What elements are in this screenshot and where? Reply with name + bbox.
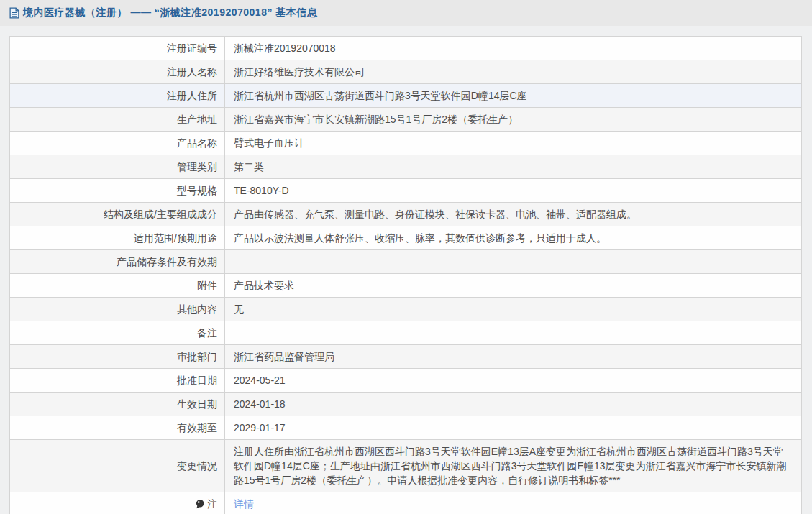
row-value-text: 浙江省药品监督管理局 bbox=[234, 351, 334, 362]
row-label-text: 附件 bbox=[197, 280, 217, 291]
table-row: 注详情 bbox=[10, 492, 802, 514]
row-value: 臂式电子血压计 bbox=[225, 132, 802, 155]
row-label: 有效期至 bbox=[10, 416, 225, 440]
row-label: 适用范围/预期用途 bbox=[10, 226, 225, 250]
row-label: 其他内容 bbox=[10, 298, 225, 321]
row-value-text: 2024-05-21 bbox=[234, 375, 286, 386]
row-value: 2024-01-18 bbox=[225, 393, 802, 416]
row-value: 浙江省药品监督管理局 bbox=[225, 345, 802, 369]
row-label: 附件 bbox=[10, 274, 225, 298]
row-label: 注 bbox=[10, 492, 225, 514]
row-label: 产品储存条件及有效期 bbox=[10, 250, 225, 274]
device-registration-page: 境内医疗器械（注册） —— “浙械注准20192070018” 基本信息 注册证… bbox=[0, 0, 812, 514]
table-row: 型号规格TE-8010Y-D bbox=[10, 179, 802, 203]
page-title: 境内医疗器械（注册） —— “浙械注准20192070018” 基本信息 bbox=[23, 6, 317, 19]
row-label-text: 注 bbox=[207, 498, 217, 510]
row-value-text: 浙江省嘉兴市海宁市长安镇新潮路15号1号厂房2楼（委托生产） bbox=[234, 114, 518, 125]
row-label-text: 批准日期 bbox=[177, 375, 217, 386]
table-row: 生效日期2024-01-18 bbox=[10, 393, 802, 416]
row-label: 批准日期 bbox=[10, 369, 225, 393]
row-label-text: 备注 bbox=[197, 327, 217, 339]
row-value-text: 2024-01-18 bbox=[234, 398, 286, 410]
row-label: 结构及组成/主要组成成分 bbox=[10, 203, 225, 226]
table-row: 产品名称臂式电子血压计 bbox=[10, 132, 802, 155]
table-row: 批准日期2024-05-21 bbox=[10, 369, 802, 393]
table-row: 产品储存条件及有效期 bbox=[10, 250, 802, 274]
row-value: TE-8010Y-D bbox=[225, 179, 802, 203]
row-label: 型号规格 bbox=[10, 179, 225, 203]
table-row: 有效期至2029-01-17 bbox=[10, 416, 802, 440]
row-label-text: 注册人住所 bbox=[167, 90, 217, 101]
row-value bbox=[225, 321, 802, 345]
row-label: 审批部门 bbox=[10, 345, 225, 369]
row-value: 浙械注准20192070018 bbox=[225, 37, 802, 60]
row-label-text: 产品名称 bbox=[177, 137, 217, 149]
row-value-text: 浙江省杭州市西湖区古荡街道西斗门路3号天堂软件园D幢14层C座 bbox=[234, 90, 527, 101]
row-value-text: 第二类 bbox=[234, 161, 264, 173]
document-icon bbox=[9, 7, 19, 19]
registration-info-table: 注册证编号浙械注准20192070018注册人名称浙江好络维医疗技术有限公司注册… bbox=[9, 36, 802, 514]
row-label: 生产地址 bbox=[10, 108, 225, 132]
row-value: 2029-01-17 bbox=[225, 416, 802, 440]
row-value: 详情 bbox=[225, 492, 802, 514]
row-value-text: 产品技术要求 bbox=[234, 280, 294, 291]
row-label-text: 生效日期 bbox=[177, 398, 217, 410]
row-value: 产品技术要求 bbox=[225, 274, 802, 298]
row-label-text: 生产地址 bbox=[177, 114, 217, 125]
table-row: 适用范围/预期用途产品以示波法测量人体舒张压、收缩压、脉率，其数值供诊断参考，只… bbox=[10, 226, 802, 250]
row-label: 生效日期 bbox=[10, 393, 225, 416]
row-value: 产品以示波法测量人体舒张压、收缩压、脉率，其数值供诊断参考，只适用于成人。 bbox=[225, 226, 802, 250]
row-value-text: 浙械注准20192070018 bbox=[234, 42, 336, 54]
row-value-text: 浙江好络维医疗技术有限公司 bbox=[234, 66, 365, 78]
row-value bbox=[225, 250, 802, 274]
table-row: 备注 bbox=[10, 321, 802, 345]
row-value: 无 bbox=[225, 298, 802, 321]
row-label: 注册人名称 bbox=[10, 60, 225, 84]
row-label-text: 审批部门 bbox=[177, 351, 217, 362]
table-row: 管理类别第二类 bbox=[10, 155, 802, 179]
row-label-text: 管理类别 bbox=[177, 161, 217, 173]
details-link[interactable]: 详情 bbox=[234, 498, 254, 510]
row-value: 注册人住所由浙江省杭州市西湖区西斗门路3号天堂软件园E幢13层A座变更为浙江省杭… bbox=[225, 440, 802, 492]
table-row: 注册人住所浙江省杭州市西湖区古荡街道西斗门路3号天堂软件园D幢14层C座 bbox=[10, 84, 802, 108]
row-label-text: 结构及组成/主要组成成分 bbox=[104, 208, 217, 220]
table-row: 审批部门浙江省药品监督管理局 bbox=[10, 345, 802, 369]
row-value: 第二类 bbox=[225, 155, 802, 179]
row-value: 2024-05-21 bbox=[225, 369, 802, 393]
row-value-text: 无 bbox=[234, 303, 244, 315]
table-row: 生产地址浙江省嘉兴市海宁市长安镇新潮路15号1号厂房2楼（委托生产） bbox=[10, 108, 802, 132]
row-value-text: 2029-01-17 bbox=[234, 422, 286, 433]
row-value: 浙江省嘉兴市海宁市长安镇新潮路15号1号厂房2楼（委托生产） bbox=[225, 108, 802, 132]
row-value: 浙江好络维医疗技术有限公司 bbox=[225, 60, 802, 84]
row-label: 变更情况 bbox=[10, 440, 225, 492]
row-label-text: 型号规格 bbox=[177, 185, 217, 196]
row-label: 备注 bbox=[10, 321, 225, 345]
row-value-text: 注册人住所由浙江省杭州市西湖区西斗门路3号天堂软件园E幢13层A座变更为浙江省杭… bbox=[234, 446, 787, 486]
row-value-text: 产品由传感器、充气泵、测量电路、身份证模块、社保读卡器、电池、袖带、适配器组成。 bbox=[234, 208, 637, 220]
row-value: 浙江省杭州市西湖区古荡街道西斗门路3号天堂软件园D幢14层C座 bbox=[225, 84, 802, 108]
row-label-text: 有效期至 bbox=[177, 422, 217, 433]
row-label: 管理类别 bbox=[10, 155, 225, 179]
row-value: 产品由传感器、充气泵、测量电路、身份证模块、社保读卡器、电池、袖带、适配器组成。 bbox=[225, 203, 802, 226]
table-row: 注册证编号浙械注准20192070018 bbox=[10, 37, 802, 60]
table-row: 其他内容无 bbox=[10, 298, 802, 321]
row-label-text: 适用范围/预期用途 bbox=[134, 232, 217, 244]
registration-table-body: 注册证编号浙械注准20192070018注册人名称浙江好络维医疗技术有限公司注册… bbox=[10, 37, 802, 514]
table-row: 结构及组成/主要组成成分产品由传感器、充气泵、测量电路、身份证模块、社保读卡器、… bbox=[10, 203, 802, 226]
row-label-text: 注册人名称 bbox=[167, 66, 217, 78]
row-label-text: 产品储存条件及有效期 bbox=[117, 256, 217, 267]
row-label-text: 其他内容 bbox=[177, 303, 217, 315]
table-row: 注册人名称浙江好络维医疗技术有限公司 bbox=[10, 60, 802, 84]
row-value-text: TE-8010Y-D bbox=[234, 185, 289, 196]
row-label: 注册人住所 bbox=[10, 84, 225, 108]
row-label: 产品名称 bbox=[10, 132, 225, 155]
row-label: 注册证编号 bbox=[10, 37, 225, 60]
note-icon bbox=[195, 499, 205, 509]
row-value-text: 产品以示波法测量人体舒张压、收缩压、脉率，其数值供诊断参考，只适用于成人。 bbox=[234, 232, 606, 244]
page-header: 境内医疗器械（注册） —— “浙械注准20192070018” 基本信息 bbox=[0, 0, 812, 26]
table-row: 附件产品技术要求 bbox=[10, 274, 802, 298]
row-label-text: 变更情况 bbox=[177, 460, 217, 472]
table-row: 变更情况注册人住所由浙江省杭州市西湖区西斗门路3号天堂软件园E幢13层A座变更为… bbox=[10, 440, 802, 492]
row-label-text: 注册证编号 bbox=[167, 42, 217, 54]
row-value-text: 臂式电子血压计 bbox=[234, 137, 304, 149]
